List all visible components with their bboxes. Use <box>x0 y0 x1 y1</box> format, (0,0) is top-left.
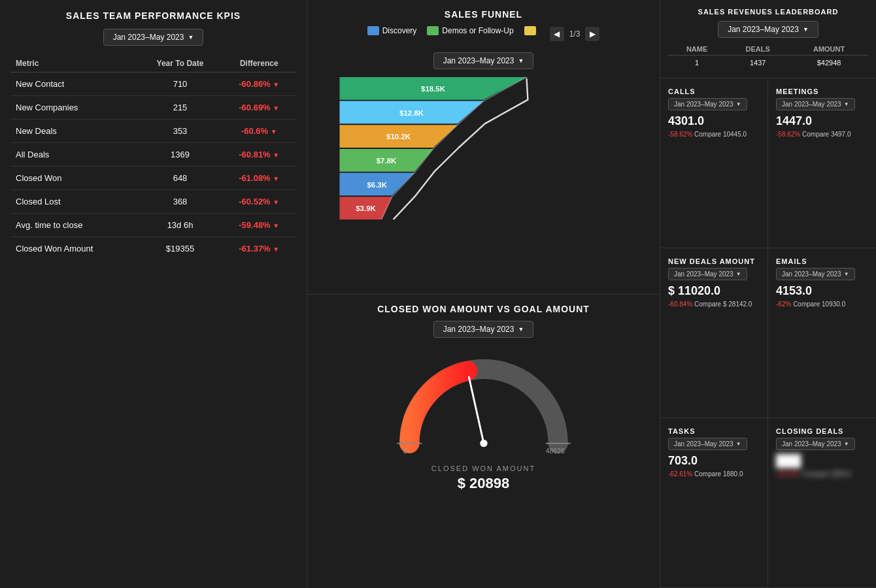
calls-date-selector[interactable]: Jan 2023–May 2023 <box>668 98 747 110</box>
tasks-value: 703.0 <box>668 454 760 468</box>
kpi-ytd: $19355 <box>139 237 222 261</box>
svg-text:$6.3K: $6.3K <box>367 181 387 189</box>
tasks-cell: TASKS Jan 2023–May 2023 703.0 -62.61% Co… <box>660 418 768 587</box>
funnel-section: SALES FUNNEL DiscoveryDemos or Follow-Up… <box>307 0 660 295</box>
svg-line-12 <box>469 376 484 443</box>
kpi-ytd: 1369 <box>139 143 222 167</box>
col-diff: Difference <box>222 55 296 73</box>
kpi-panel: SALES TEAM PERFORMANCE KPIS Jan 2023–May… <box>0 0 307 588</box>
emails-date-selector[interactable]: Jan 2023–May 2023 <box>776 268 855 280</box>
calls-compare: -58.62% Compare 10445.0 <box>668 131 760 138</box>
svg-text:$18.5K: $18.5K <box>421 85 446 93</box>
gauge-date-selector[interactable]: Jan 2023–May 2023 <box>433 321 534 338</box>
legend-item: Demos or Follow-Up <box>427 26 513 35</box>
gauge-value: $ 20898 <box>458 475 510 492</box>
lb-col-deals: DEALS <box>726 43 790 56</box>
leaderboard-date-selector[interactable]: Jan 2023–May 2023 <box>718 21 818 38</box>
kpi-row: New Deals 353 -60.6% ▼ <box>10 120 296 143</box>
funnel-prev-btn[interactable]: ◀ <box>550 27 564 41</box>
kpi-diff: -59.48% ▼ <box>222 214 296 237</box>
tasks-date-selector[interactable]: Jan 2023–May 2023 <box>668 438 747 450</box>
kpi-row: Closed Won Amount $19355 -61.37% ▼ <box>10 237 296 261</box>
kpi-diff: -60.86% ▼ <box>222 73 296 96</box>
new-deals-value: $ 11020.0 <box>668 284 760 298</box>
kpi-ytd: 368 <box>139 190 222 214</box>
newdeals-emails-row: NEW DEALS AMOUNT Jan 2023–May 2023 $ 110… <box>660 248 876 418</box>
gauge-label: CLOSED WON AMOUNT <box>431 465 535 472</box>
kpi-ytd: 648 <box>139 167 222 190</box>
svg-text:$7.8K: $7.8K <box>377 157 397 165</box>
kpi-ytd: 13d 6h <box>139 214 222 237</box>
calls-cell: CALLS Jan 2023–May 2023 4301.0 -58.62% C… <box>660 78 768 248</box>
kpi-row: Avg. time to close 13d 6h -59.48% ▼ <box>10 214 296 237</box>
closing-deals-date-selector[interactable]: Jan 2023–May 2023 <box>776 438 855 450</box>
emails-compare: -62% Compare 10930.0 <box>776 301 868 308</box>
svg-text:48626: 48626 <box>545 447 564 454</box>
kpi-metric: Closed Won <box>10 167 139 190</box>
leaderboard-table: NAME DEALS AMOUNT 11437$42948 <box>668 43 868 70</box>
meetings-compare: -58.62% Compare 3497.0 <box>776 131 868 138</box>
kpi-diff: -60.81% ▼ <box>222 143 296 167</box>
kpi-ytd: 353 <box>139 120 222 143</box>
kpi-row: All Deals 1369 -60.81% ▼ <box>10 143 296 167</box>
funnel-chart: $18.5K$12.8K$10.2K$7.8K$6.3K$3.9K <box>316 76 650 285</box>
kpi-metric: Closed Lost <box>10 190 139 214</box>
kpi-metric: All Deals <box>10 143 139 167</box>
closing-deals-compare: -68.59% Compare 2583.0 <box>776 470 868 478</box>
svg-text:$12.8K: $12.8K <box>399 109 424 117</box>
kpi-diff: -60.6% ▼ <box>222 120 296 143</box>
kpi-row: New Companies 215 -60.69% ▼ <box>10 96 296 120</box>
new-deals-cell: NEW DEALS AMOUNT Jan 2023–May 2023 $ 110… <box>660 248 768 417</box>
calls-value: 4301.0 <box>668 114 760 128</box>
kpi-row: Closed Lost 368 -60.52% ▼ <box>10 190 296 214</box>
kpi-diff: -60.52% ▼ <box>222 190 296 214</box>
funnel-page: 1/3 <box>569 29 581 39</box>
kpi-metric: Avg. time to close <box>10 214 139 237</box>
new-deals-label: NEW DEALS AMOUNT <box>668 257 760 265</box>
svg-text:$3.9K: $3.9K <box>356 204 376 212</box>
lb-row: 11437$42948 <box>668 56 868 71</box>
center-panel: SALES FUNNEL DiscoveryDemos or Follow-Up… <box>307 0 660 588</box>
calls-meetings-row: CALLS Jan 2023–May 2023 4301.0 -58.62% C… <box>660 78 876 248</box>
right-panel: SALES REVENUES LEADERBOARD Jan 2023–May … <box>660 0 876 588</box>
kpi-diff: -61.37% ▼ <box>222 237 296 261</box>
kpi-ytd: 215 <box>139 96 222 120</box>
emails-label: EMAILS <box>776 257 868 265</box>
new-deals-date-selector[interactable]: Jan 2023–May 2023 <box>668 268 747 280</box>
emails-value: 4153.0 <box>776 284 868 298</box>
svg-text:$10.2K: $10.2K <box>386 133 411 140</box>
tasks-closing-row: TASKS Jan 2023–May 2023 703.0 -62.61% Co… <box>660 418 876 588</box>
svg-point-13 <box>480 439 487 446</box>
lb-col-amount: AMOUNT <box>790 43 868 56</box>
kpi-table: Metric Year To Date Difference New Conta… <box>10 55 296 260</box>
kpi-date-selector[interactable]: Jan 2023–May 2023 <box>103 29 204 46</box>
emails-cell: EMAILS Jan 2023–May 2023 4153.0 -62% Com… <box>768 248 876 417</box>
col-ytd: Year To Date <box>139 55 222 73</box>
kpi-diff: -61.08% ▼ <box>222 167 296 190</box>
kpi-row: New Contact 710 -60.86% ▼ <box>10 73 296 96</box>
tasks-compare: -62.61% Compare 1880.0 <box>668 470 760 478</box>
funnel-date-selector[interactable]: Jan 2023–May 2023 <box>433 52 534 69</box>
meetings-date-selector[interactable]: Jan 2023–May 2023 <box>776 98 855 110</box>
new-deals-compare: -60.84% Compare $ 28142.0 <box>668 301 760 308</box>
meetings-value: 1447.0 <box>776 114 868 128</box>
legend-item <box>524 26 539 35</box>
meetings-cell: MEETINGS Jan 2023–May 2023 1447.0 -58.62… <box>768 78 876 248</box>
kpi-row: Closed Won 648 -61.08% ▼ <box>10 167 296 190</box>
kpi-metric: New Deals <box>10 120 139 143</box>
legend-item: Discovery <box>367 26 417 35</box>
kpi-title: SALES TEAM PERFORMANCE KPIS <box>10 10 296 21</box>
lb-col-name: NAME <box>668 43 726 56</box>
col-metric: Metric <box>10 55 139 73</box>
kpi-metric: New Companies <box>10 96 139 120</box>
gauge-container: 048626 CLOSED WON AMOUNT $ 20898 <box>316 344 650 580</box>
closing-deals-label: CLOSING DEALS <box>776 427 868 435</box>
funnel-title: SALES FUNNEL <box>445 9 522 20</box>
closing-deals-cell: CLOSING DEALS Jan 2023–May 2023 ███ -68.… <box>768 418 876 587</box>
calls-label: CALLS <box>668 88 760 95</box>
leaderboard-section: SALES REVENUES LEADERBOARD Jan 2023–May … <box>660 0 876 78</box>
svg-text:0: 0 <box>403 447 407 454</box>
funnel-next-btn[interactable]: ▶ <box>585 27 599 41</box>
gauge-title: CLOSED WON AMOUNT VS GOAL AMOUNT <box>377 304 590 314</box>
kpi-diff: -60.69% ▼ <box>222 96 296 120</box>
